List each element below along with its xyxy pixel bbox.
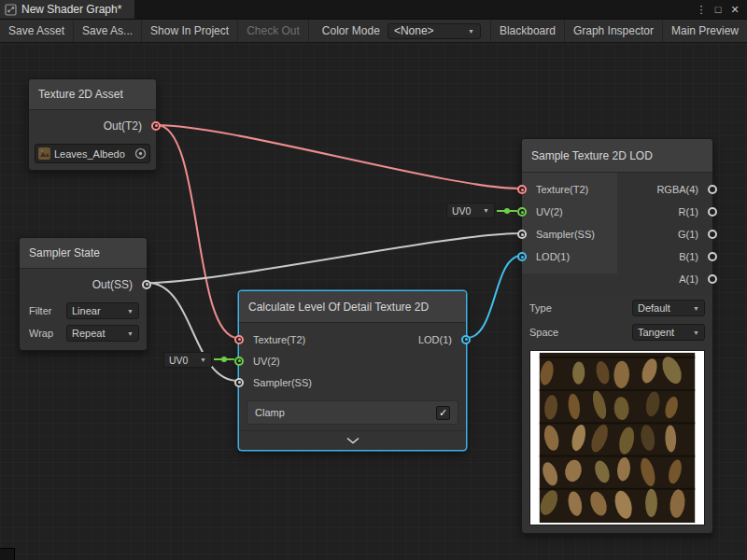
port-in-uv[interactable] <box>234 357 244 366</box>
document-tab[interactable]: New Shader Graph* <box>0 0 134 19</box>
space-setting: Space Tangent ▼ <box>522 320 712 344</box>
node-title: Texture 2D Asset <box>29 79 156 110</box>
node-calculate-lod-texture2d[interactable]: Calculate Level Of Detail Texture 2D Tex… <box>238 290 467 451</box>
port-label: B(1) <box>679 251 698 262</box>
port-out-a[interactable] <box>708 274 717 284</box>
port-label: RGBA(4) <box>656 184 698 195</box>
port-in-uv[interactable] <box>517 207 527 217</box>
uv-channel-dropdown-calc[interactable]: UV0 ▼ <box>163 352 212 368</box>
color-mode-dropdown[interactable]: <None> ▼ <box>388 23 481 39</box>
texture-thumbnail-icon <box>38 147 50 160</box>
port-out-samplerstate[interactable] <box>142 280 151 289</box>
edge-calclod-to-samplelod[interactable] <box>467 256 521 338</box>
output-ports-column: RGBA(4) R(1) G(1) B(1) <box>617 173 712 296</box>
port-label: A(1) <box>679 273 698 285</box>
port-row: Out(T2) <box>29 110 156 141</box>
port-in-sampler[interactable] <box>234 378 244 387</box>
title-bar: New Shader Graph* ⋮ □ ✕ <box>0 0 747 20</box>
wrap-setting: Wrap Repeat ▼ <box>20 322 147 344</box>
space-label: Space <box>529 327 558 338</box>
wrap-label: Wrap <box>29 328 53 339</box>
port-row: LOD(1) <box>418 329 466 350</box>
filter-value: Linear <box>72 305 101 316</box>
chevron-down-icon: ▼ <box>693 329 699 336</box>
texture-field-value: Leaves_Albedo <box>54 148 125 160</box>
type-dropdown[interactable]: Default ▼ <box>632 300 705 316</box>
port-out-lod[interactable] <box>461 335 471 344</box>
port-label: R(1) <box>679 206 698 217</box>
node-sample-texture-2d-lod[interactable]: Sample Texture 2D LOD Texture(T2) UV(2) … <box>521 138 713 534</box>
show-in-project-button[interactable]: Show In Project <box>142 20 238 42</box>
node-preview-image <box>529 350 705 525</box>
node-title: Calculate Level Of Detail Texture 2D <box>239 291 466 323</box>
chevron-down-icon: ▼ <box>483 207 489 214</box>
save-asset-button[interactable]: Save Asset <box>0 20 74 42</box>
port-in-sampler[interactable] <box>517 230 527 239</box>
port-row: R(1) <box>617 201 712 223</box>
port-in-texture[interactable] <box>234 335 244 344</box>
window-maximize-icon[interactable]: □ <box>710 4 726 15</box>
graph-inspector-toggle-button[interactable]: Graph Inspector <box>564 20 662 42</box>
port-label: UV(2) <box>536 206 563 217</box>
filter-dropdown[interactable]: Linear ▼ <box>66 302 139 319</box>
port-out-g[interactable] <box>708 230 717 239</box>
port-row: Sampler(SS) <box>239 371 466 393</box>
chevron-down-icon: ▼ <box>127 330 134 337</box>
object-picker-icon[interactable] <box>134 147 147 160</box>
type-value: Default <box>638 302 670 314</box>
chevron-down-icon: ▼ <box>127 308 134 315</box>
color-mode-label: Color Mode <box>315 24 388 37</box>
port-label: G(1) <box>678 229 698 240</box>
port-row: LOD(1) <box>522 245 617 268</box>
port-label: LOD(1) <box>418 334 452 345</box>
chevron-down-icon: ▼ <box>468 28 474 35</box>
graph-canvas[interactable]: Texture 2D Asset Out(T2) Leaves_Albedo S… <box>0 44 747 560</box>
port-row: Out(SS) <box>20 269 147 300</box>
port-in-lod[interactable] <box>517 252 527 261</box>
edge-textureasset-to-calclod[interactable] <box>157 125 238 338</box>
port-out-rgba[interactable] <box>708 185 717 194</box>
clamp-setting: Clamp ✓ <box>247 400 458 425</box>
edge-sampler-to-samplelod[interactable] <box>148 233 521 283</box>
texture-object-field[interactable]: Leaves_Albedo <box>35 144 150 163</box>
node-sampler-state[interactable]: Sampler State Out(SS) Filter Linear ▼ Wr… <box>19 237 148 351</box>
input-ports-column: Texture(T2) UV(2) Sampler(SS) LOD(1) <box>522 173 617 273</box>
blackboard-toggle-button[interactable]: Blackboard <box>490 20 564 42</box>
port-label: Sampler(SS) <box>536 229 595 240</box>
clamp-label: Clamp <box>255 407 285 418</box>
port-label: Out(SS) <box>92 278 133 291</box>
port-label: UV(2) <box>253 356 280 367</box>
node-texture-2d-asset[interactable]: Texture 2D Asset Out(T2) Leaves_Albedo <box>28 78 157 171</box>
port-label: Texture(T2) <box>536 184 588 195</box>
port-row: B(1) <box>617 245 712 268</box>
corner-tab[interactable] <box>0 548 15 560</box>
port-out-b[interactable] <box>708 252 717 261</box>
port-row: RGBA(4) <box>617 178 712 201</box>
node-title: Sampler State <box>20 238 147 269</box>
type-setting: Type Default ▼ <box>522 296 712 320</box>
wrap-dropdown[interactable]: Repeat ▼ <box>66 325 139 342</box>
window-close-icon[interactable]: ✕ <box>726 4 743 16</box>
check-out-button[interactable]: Check Out <box>238 20 309 42</box>
edge-textureasset-to-samplelod[interactable] <box>157 125 521 189</box>
port-out-r[interactable] <box>708 207 717 217</box>
port-label: Out(T2) <box>104 119 142 133</box>
clamp-checkbox[interactable]: ✓ <box>436 406 450 420</box>
type-label: Type <box>529 302 552 314</box>
space-value: Tangent <box>638 327 674 338</box>
window-menu-icon[interactable]: ⋮ <box>693 4 710 16</box>
port-row: UV(2) <box>239 350 466 371</box>
chevron-down-icon: ▼ <box>200 357 206 363</box>
port-out-texture2d[interactable] <box>151 121 161 131</box>
save-as-button[interactable]: Save As... <box>74 20 142 42</box>
main-preview-toggle-button[interactable]: Main Preview <box>662 20 747 42</box>
port-row: A(1) <box>617 268 712 290</box>
uv-channel-dropdown-sample[interactable]: UV0 ▼ <box>446 203 495 218</box>
port-row: Texture(T2) <box>522 178 617 201</box>
port-in-texture[interactable] <box>517 185 527 194</box>
document-title: New Shader Graph* <box>21 3 121 16</box>
wrap-value: Repeat <box>72 328 105 339</box>
chevron-down-icon <box>345 437 360 444</box>
node-expander[interactable] <box>239 430 466 450</box>
space-dropdown[interactable]: Tangent ▼ <box>632 324 705 341</box>
